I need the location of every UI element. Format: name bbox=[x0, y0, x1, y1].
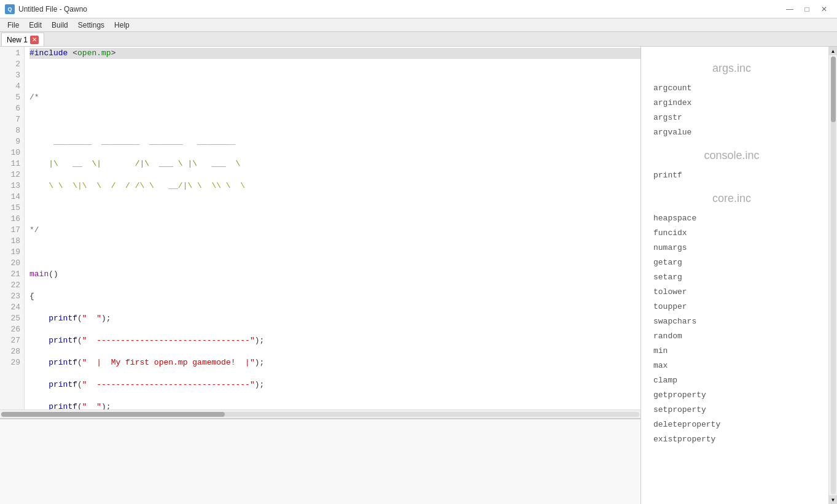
editor-container[interactable]: 1 2 3 4 5 6 7 8 9 10 11 12 13 14 15 16 1… bbox=[0, 47, 640, 409]
inc-item-swapchars[interactable]: swapchars bbox=[647, 314, 816, 329]
inc-item-toupper[interactable]: toupper bbox=[647, 300, 816, 314]
title-bar: Q Untitled File - Qawno — □ ✕ bbox=[0, 0, 837, 18]
menu-edit[interactable]: Edit bbox=[24, 20, 47, 31]
code-content[interactable]: #include <open.mp> /* ________ ________ … bbox=[25, 47, 640, 409]
inc-item-min[interactable]: min bbox=[647, 344, 816, 359]
title-left: Q Untitled File - Qawno bbox=[5, 4, 87, 14]
inc-item-getarg[interactable]: getarg bbox=[647, 255, 816, 270]
inc-item-numargs[interactable]: numargs bbox=[647, 241, 816, 255]
right-scroll-thumb[interactable] bbox=[831, 56, 836, 122]
minimize-button[interactable]: — bbox=[782, 3, 798, 15]
right-scroll-track[interactable] bbox=[831, 56, 836, 494]
console-inc-title: console.inc bbox=[647, 140, 816, 168]
inc-item-existproperty[interactable]: existproperty bbox=[647, 432, 816, 447]
inc-item-deleteproperty[interactable]: deleteproperty bbox=[647, 417, 816, 432]
menu-bar: File Edit Build Settings Help bbox=[0, 18, 837, 32]
inc-item-setarg[interactable]: setarg bbox=[647, 270, 816, 285]
inc-item-argindex[interactable]: argindex bbox=[647, 96, 816, 110]
right-content: args.inc argcount argindex argstr argval… bbox=[641, 47, 828, 504]
inc-item-heapspace[interactable]: heapspace bbox=[647, 211, 816, 226]
right-scroll-up[interactable]: ▲ bbox=[829, 47, 838, 55]
menu-build[interactable]: Build bbox=[47, 20, 73, 31]
title-controls: — □ ✕ bbox=[782, 3, 832, 15]
inc-item-argvalue[interactable]: argvalue bbox=[647, 125, 816, 140]
editor-area: 1 2 3 4 5 6 7 8 9 10 11 12 13 14 15 16 1… bbox=[0, 47, 640, 504]
inc-item-getproperty[interactable]: getproperty bbox=[647, 388, 816, 403]
maximize-button[interactable]: □ bbox=[799, 3, 815, 15]
inc-item-funcidx[interactable]: funcidx bbox=[647, 226, 816, 241]
menu-help[interactable]: Help bbox=[109, 20, 134, 31]
main-area: 1 2 3 4 5 6 7 8 9 10 11 12 13 14 15 16 1… bbox=[0, 47, 837, 504]
tab-close-button[interactable]: ✕ bbox=[30, 36, 39, 44]
tab-new1[interactable]: New 1 ✕ bbox=[1, 33, 44, 46]
h-scroll-track[interactable] bbox=[1, 412, 639, 417]
inc-item-max[interactable]: max bbox=[647, 359, 816, 373]
right-scroll-down[interactable]: ▼ bbox=[829, 495, 838, 504]
app-icon: Q bbox=[5, 4, 15, 14]
inc-item-argcount[interactable]: argcount bbox=[647, 81, 816, 96]
menu-settings[interactable]: Settings bbox=[73, 20, 109, 31]
menu-file[interactable]: File bbox=[2, 20, 24, 31]
inc-item-printf[interactable]: printf bbox=[647, 168, 816, 183]
horizontal-scrollbar[interactable] bbox=[0, 409, 640, 418]
core-inc-title: core.inc bbox=[647, 183, 816, 211]
right-scrollbar[interactable]: ▲ ▼ bbox=[828, 47, 837, 504]
h-scroll-thumb[interactable] bbox=[1, 412, 225, 417]
inc-item-random[interactable]: random bbox=[647, 329, 816, 344]
right-panel: args.inc argcount argindex argstr argval… bbox=[640, 47, 837, 504]
args-inc-title: args.inc bbox=[647, 53, 816, 81]
tab-bar: New 1 ✕ bbox=[0, 32, 837, 47]
inc-item-tolower[interactable]: tolower bbox=[647, 285, 816, 300]
close-button[interactable]: ✕ bbox=[816, 3, 832, 15]
bottom-panel bbox=[0, 418, 640, 504]
line-numbers: 1 2 3 4 5 6 7 8 9 10 11 12 13 14 15 16 1… bbox=[0, 47, 25, 409]
inc-item-clamp[interactable]: clamp bbox=[647, 373, 816, 388]
tab-label: New 1 bbox=[7, 36, 28, 44]
inc-item-argstr[interactable]: argstr bbox=[647, 110, 816, 125]
title-text: Untitled File - Qawno bbox=[18, 5, 87, 14]
inc-item-setproperty[interactable]: setproperty bbox=[647, 403, 816, 417]
